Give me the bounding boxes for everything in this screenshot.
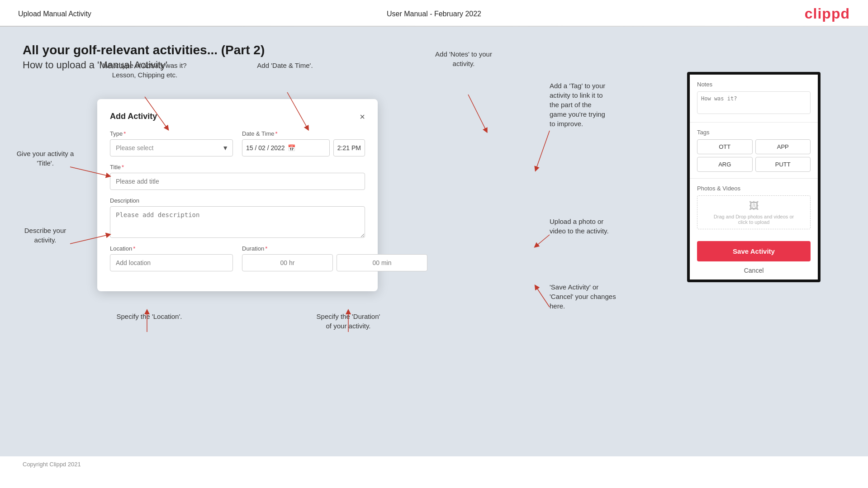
tags-label: Tags <box>697 129 811 136</box>
phone-panel: Notes Tags OTT APP ARG PUTT Photos & Vid… <box>687 72 827 282</box>
dialog-header: Add Activity × <box>110 112 365 121</box>
dialog-close-button[interactable]: × <box>360 112 365 121</box>
duration-label: Duration* <box>242 245 427 252</box>
page-title-center: User Manual - February 2022 <box>387 10 481 18</box>
form-group-title: Title* <box>110 164 365 190</box>
duration-hr-input[interactable] <box>242 254 333 271</box>
title-input[interactable] <box>110 173 365 190</box>
datetime-label: Date & Time* <box>242 130 365 137</box>
logo: clippd <box>805 5 850 22</box>
dialog-title: Add Activity <box>110 112 157 121</box>
phone-photos-section: Photos & Videos 🖼 Drag and Drop photos a… <box>690 179 818 236</box>
annotation-location: Specify the 'Location'. <box>106 312 192 321</box>
description-textarea[interactable] <box>110 206 365 238</box>
location-input[interactable] <box>110 254 233 271</box>
annotation-save: 'Save Activity' or 'Cancel' your changes… <box>550 282 658 311</box>
svg-line-8 <box>536 235 550 246</box>
phone-tags-section: Tags OTT APP ARG PUTT <box>690 123 818 179</box>
annotation-description: Describe your activity. <box>14 226 77 245</box>
annotation-photo: Upload a photo or video to the activity. <box>550 217 649 236</box>
description-label: Description <box>110 197 365 204</box>
annotation-notes: Add 'Notes' to your activity. <box>412 49 516 68</box>
svg-line-7 <box>536 131 550 169</box>
form-group-description: Description <box>110 197 365 238</box>
calendar-icon: 📅 <box>288 144 295 152</box>
time-input[interactable]: 2:21 PM <box>333 139 365 156</box>
duration-row <box>242 254 427 271</box>
save-activity-button[interactable]: Save Activity <box>697 241 811 261</box>
type-select[interactable]: Please select <box>110 139 233 156</box>
date-input[interactable]: 15 / 02 / 2022 📅 <box>242 139 330 156</box>
page-title-left: Upload Manual Activity <box>18 10 91 18</box>
form-group-duration: Duration* <box>242 245 427 271</box>
tag-app[interactable]: APP <box>755 139 811 154</box>
tag-arg[interactable]: ARG <box>697 157 753 172</box>
form-group-location: Location* <box>110 245 233 271</box>
notes-input[interactable] <box>697 91 811 114</box>
location-label: Location* <box>110 245 233 252</box>
form-group-type: Type* Please select ▼ <box>110 130 233 156</box>
tag-putt[interactable]: PUTT <box>755 157 811 172</box>
copyright: Copyright Clippd 2021 <box>0 456 868 472</box>
dialog-wrapper: Add Activity × Type* Please select ▼ <box>97 99 378 291</box>
add-activity-dialog: Add Activity × Type* Please select ▼ <box>97 99 378 291</box>
annotation-duration: Specify the 'Duration' of your activity. <box>294 312 403 331</box>
title-label: Title* <box>110 164 365 171</box>
phone-notes-section: Notes <box>690 75 818 123</box>
svg-line-9 <box>536 287 550 307</box>
tags-grid: OTT APP ARG PUTT <box>697 139 811 172</box>
duration-min-input[interactable] <box>337 254 427 271</box>
type-label: Type* <box>110 130 233 137</box>
svg-line-6 <box>468 95 486 131</box>
tag-ott[interactable]: OTT <box>697 139 753 154</box>
type-select-wrapper: Please select ▼ <box>110 139 233 156</box>
annotation-type: What type of activity was it? Lesson, Ch… <box>100 61 190 80</box>
form-row-location-duration: Location* Duration* <box>110 245 365 271</box>
annotation-tag: Add a 'Tag' to your activity to link it … <box>550 81 658 128</box>
cancel-button[interactable]: Cancel <box>690 261 818 280</box>
notes-label: Notes <box>697 81 811 88</box>
annotation-datetime: Add 'Date & Time'. <box>240 61 330 70</box>
photos-drop-zone[interactable]: 🖼 Drag and Drop photos and videos or cli… <box>697 195 811 229</box>
top-bar: Upload Manual Activity User Manual - Feb… <box>0 0 868 26</box>
form-row-type-date: Type* Please select ▼ Date & Time* <box>110 130 365 156</box>
save-section: Save Activity Cancel <box>690 236 818 280</box>
photos-label: Photos & Videos <box>697 185 811 192</box>
phone-mockup: Notes Tags OTT APP ARG PUTT Photos & Vid… <box>687 72 821 282</box>
main-content: All your golf-relevant activities... (Pa… <box>0 27 868 456</box>
annotation-title: Give your activity a 'Title'. <box>14 149 77 168</box>
date-time-row: 15 / 02 / 2022 📅 2:21 PM <box>242 139 365 156</box>
form-group-datetime: Date & Time* 15 / 02 / 2022 📅 2:21 PM <box>242 130 365 156</box>
image-icon: 🖼 <box>749 200 759 212</box>
